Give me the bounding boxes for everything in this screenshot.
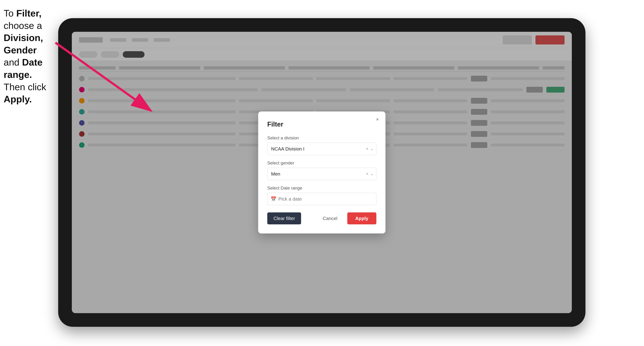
calendar-icon: 📅 — [270, 196, 276, 202]
modal-overlay: × Filter Select a division NCAA Division… — [72, 32, 572, 313]
instruction-bold-division: Division, Gender — [4, 32, 43, 55]
division-select[interactable]: NCAA Division I NCAA Division II NCAA Di… — [267, 143, 376, 155]
instruction-line4: Then click Apply. — [4, 82, 46, 105]
gender-label: Select gender — [267, 161, 376, 166]
modal-title: Filter — [267, 121, 376, 128]
division-label: Select a division — [267, 135, 376, 141]
instruction-line1: To Filter, choose a — [4, 8, 42, 31]
division-clear-icon[interactable]: × — [366, 147, 368, 151]
filter-modal: × Filter Select a division NCAA Division… — [258, 111, 386, 233]
division-select-wrapper: NCAA Division I NCAA Division II NCAA Di… — [267, 143, 376, 155]
date-range-form-group: Select Date range 📅 — [267, 185, 376, 205]
tablet-frame: × Filter Select a division NCAA Division… — [58, 18, 586, 327]
apply-button[interactable]: Apply — [347, 212, 376, 224]
date-range-input[interactable] — [267, 193, 376, 205]
modal-action-buttons: Cancel Apply — [316, 212, 376, 224]
clear-filter-button[interactable]: Clear filter — [267, 212, 301, 224]
instruction-line3: and Date range. — [4, 57, 42, 80]
gender-select[interactable]: Men Women — [267, 168, 376, 180]
date-input-wrapper: 📅 — [267, 193, 376, 205]
gender-clear-icon[interactable]: × — [366, 172, 368, 176]
date-range-label: Select Date range — [267, 185, 376, 191]
division-form-group: Select a division NCAA Division I NCAA D… — [267, 135, 376, 155]
instruction-text: To Filter, choose a Division, Gender and… — [4, 7, 60, 105]
modal-close-button[interactable]: × — [374, 116, 381, 123]
tablet-screen: × Filter Select a division NCAA Division… — [72, 32, 572, 313]
gender-form-group: Select gender Men Women × — [267, 161, 376, 180]
gender-select-wrapper: Men Women × — [267, 168, 376, 180]
modal-footer: Clear filter Cancel Apply — [267, 212, 376, 224]
cancel-button[interactable]: Cancel — [316, 212, 344, 224]
